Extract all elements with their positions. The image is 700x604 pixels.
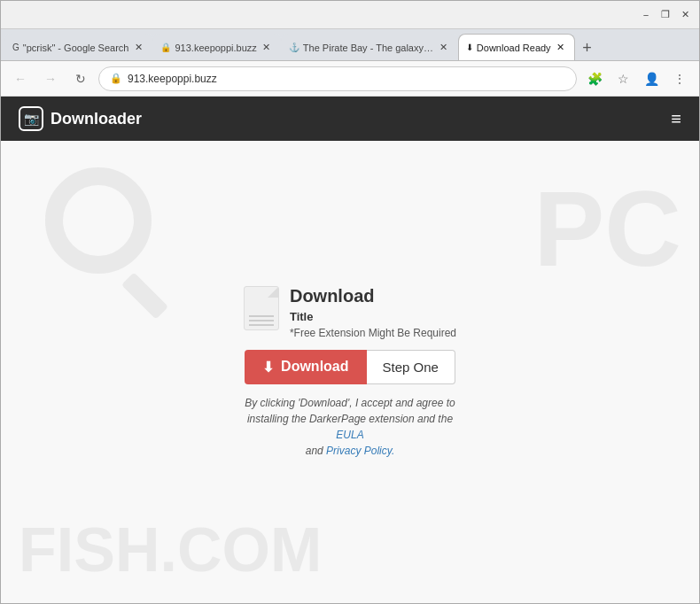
fish-watermark: FISH.COM	[19, 515, 322, 585]
site-brand: 📷 Downloader	[19, 106, 142, 131]
download-card: Download Title *Free Extension Might Be …	[244, 286, 456, 459]
file-icon-lines	[245, 298, 278, 326]
page-content: 📷 Downloader ≡ PC FISH.COM	[1, 97, 699, 603]
extensions-button[interactable]: 🧩	[582, 66, 607, 91]
tabs-bar: G "pcrisk" - Google Search ✕ 🔒 913.keepo…	[1, 29, 699, 61]
back-button[interactable]: ←	[8, 66, 33, 91]
brand-name: Downloader	[51, 110, 142, 128]
download-icon: ⬇	[262, 359, 274, 376]
tab-close[interactable]: ✕	[438, 42, 450, 54]
legal-line1: By clicking 'Download', I accept and agr…	[245, 397, 455, 409]
tab-label: The Pirate Bay - The galaxy's...	[303, 43, 434, 53]
legal-text: By clicking 'Download', I accept and agr…	[244, 395, 456, 459]
card-title: Download	[290, 286, 456, 306]
nav-actions: 🧩 ☆ 👤 ⋮	[582, 66, 692, 91]
address-text: 913.keepoppi.buzz	[128, 73, 565, 85]
file-icon-line	[249, 324, 274, 326]
card-info: Download Title *Free Extension Might Be …	[290, 286, 456, 339]
tab-favicon: ⚓	[289, 43, 299, 52]
tab-pirate-bay[interactable]: ⚓ The Pirate Bay - The galaxy's... ✕	[281, 34, 458, 60]
tab-label: Download Ready	[477, 43, 551, 53]
card-top: Download Title *Free Extension Might Be …	[244, 286, 456, 339]
card-subtitle: Title	[290, 310, 456, 323]
tab-favicon: 🔒	[160, 43, 171, 52]
download-btn-label: Download	[281, 359, 348, 375]
download-button[interactable]: ⬇ Download	[245, 350, 366, 384]
step-one-button[interactable]: Step One	[367, 350, 455, 384]
nav-bar: ← → ↻ 🔒 913.keepoppi.buzz 🧩 ☆ 👤 ⋮	[1, 61, 699, 97]
title-bar-controls: − ❐ ✕	[639, 8, 692, 22]
tab-favicon: ⬇	[466, 43, 473, 52]
magnifier-circle	[45, 167, 152, 274]
tab-download-ready[interactable]: ⬇ Download Ready ✕	[458, 34, 575, 60]
tab-google-search[interactable]: G "pcrisk" - Google Search ✕	[4, 34, 152, 60]
address-bar[interactable]: 🔒 913.keepoppi.buzz	[98, 66, 577, 91]
privacy-link[interactable]: Privacy Policy.	[326, 445, 394, 457]
close-button[interactable]: ✕	[678, 8, 692, 22]
file-icon	[244, 286, 279, 330]
tab-favicon: G	[12, 43, 19, 52]
magnifier-watermark	[27, 167, 169, 309]
star-button[interactable]: ☆	[611, 66, 635, 91]
browser-window: − ❐ ✕ G "pcrisk" - Google Search ✕ 🔒 913…	[0, 0, 700, 604]
tab-close[interactable]: ✕	[261, 42, 273, 54]
reload-button[interactable]: ↻	[68, 66, 93, 91]
page-wrapper: 📷 Downloader ≡ PC FISH.COM	[1, 97, 699, 603]
file-icon-line	[249, 315, 274, 317]
file-icon-corner	[268, 287, 278, 298]
file-icon-line	[249, 320, 274, 321]
forward-button[interactable]: →	[38, 66, 63, 91]
pc-watermark: PC	[533, 167, 681, 290]
restore-button[interactable]: ❐	[658, 8, 673, 22]
main-area: PC FISH.COM	[1, 141, 699, 603]
tab-close[interactable]: ✕	[555, 42, 567, 54]
magnifier-handle	[121, 272, 168, 319]
title-bar: − ❐ ✕	[1, 1, 699, 29]
hamburger-button[interactable]: ≡	[671, 109, 681, 129]
profile-button[interactable]: 👤	[639, 66, 664, 91]
legal-line2: installing the DarkerPage extension and …	[247, 413, 453, 425]
minimize-button[interactable]: −	[639, 8, 653, 22]
card-note: *Free Extension Might Be Required	[290, 327, 456, 339]
tab-keepoppi[interactable]: 🔒 913.keepoppi.buzz ✕	[152, 34, 280, 60]
menu-button[interactable]: ⋮	[667, 66, 692, 91]
eula-link[interactable]: EULA	[336, 429, 363, 441]
site-navbar: 📷 Downloader ≡	[1, 97, 699, 141]
lock-icon: 🔒	[110, 73, 122, 84]
legal-line3: and	[306, 445, 323, 457]
brand-icon: 📷	[19, 106, 43, 131]
tab-close[interactable]: ✕	[132, 42, 144, 54]
camera-icon: 📷	[24, 112, 39, 126]
tab-label: "pcrisk" - Google Search	[23, 43, 129, 53]
btn-row: ⬇ Download Step One	[245, 350, 455, 384]
tab-label: 913.keepoppi.buzz	[175, 43, 256, 53]
new-tab-button[interactable]: +	[575, 35, 600, 60]
